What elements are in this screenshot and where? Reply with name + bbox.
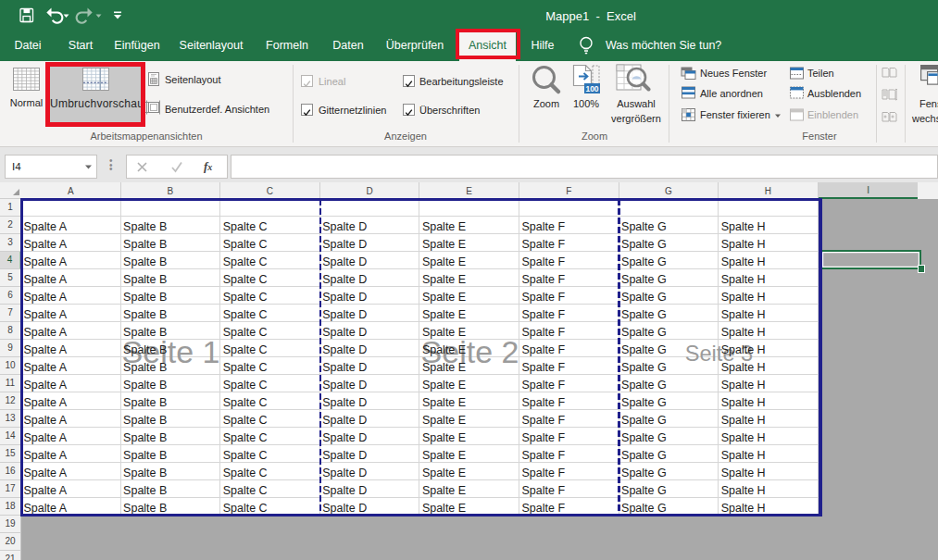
svg-text:100: 100 <box>585 84 598 93</box>
